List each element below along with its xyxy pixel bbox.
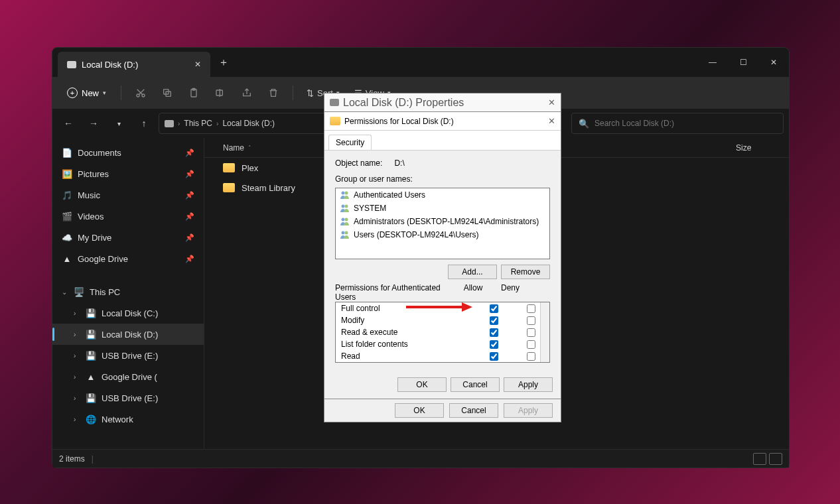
drive-icon bbox=[165, 120, 174, 127]
share-icon[interactable] bbox=[236, 82, 258, 104]
folder-icon bbox=[223, 163, 235, 172]
search-box[interactable]: 🔍 bbox=[571, 113, 784, 134]
cut-icon[interactable] bbox=[129, 82, 152, 104]
pin-icon: 📌 bbox=[185, 212, 194, 221]
ok-button[interactable]: OK bbox=[395, 403, 444, 418]
permission-row: Read & execute bbox=[336, 326, 549, 338]
allow-read-execute-checkbox[interactable] bbox=[490, 328, 498, 337]
tiles-view-icon[interactable] bbox=[769, 453, 782, 465]
close-tab-icon[interactable]: ✕ bbox=[194, 60, 201, 69]
breadcrumb-item[interactable]: This PC bbox=[184, 119, 212, 128]
svg-point-11 bbox=[342, 218, 345, 221]
tab-security[interactable]: Security bbox=[328, 135, 372, 150]
details-view-icon[interactable] bbox=[753, 453, 766, 465]
remove-button[interactable]: Remove bbox=[501, 265, 550, 279]
allow-list-folder-checkbox[interactable] bbox=[490, 340, 498, 349]
allow-full-control-checkbox[interactable] bbox=[490, 304, 498, 313]
pin-icon: 📌 bbox=[185, 255, 194, 263]
user-item[interactable]: Users (DESKTOP-LM924L4\Users) bbox=[336, 228, 549, 241]
new-button[interactable]: + New ▾ bbox=[60, 84, 113, 102]
sidebar-item-usb-drive-2[interactable]: ›💾USB Drive (E:) bbox=[52, 387, 204, 409]
permissions-for-label: Permissions for Authenticated Users bbox=[335, 283, 455, 302]
google-drive-icon: ▲ bbox=[62, 253, 72, 264]
apply-button[interactable]: Apply bbox=[504, 377, 553, 392]
close-button[interactable]: ✕ bbox=[758, 48, 789, 77]
usb-icon: 💾 bbox=[86, 350, 96, 361]
user-item[interactable]: Authenticated Users bbox=[336, 188, 549, 202]
allow-read-checkbox[interactable] bbox=[490, 352, 498, 361]
sidebar-item-local-disk-d[interactable]: ›💾Local Disk (D:) bbox=[52, 324, 204, 345]
videos-icon: 🎬 bbox=[62, 211, 72, 221]
copy-icon[interactable] bbox=[156, 82, 178, 104]
users-list[interactable]: Authenticated Users SYSTEM Administrator… bbox=[335, 188, 550, 259]
chevron-right-icon: › bbox=[74, 373, 80, 381]
pin-icon: 📌 bbox=[185, 149, 194, 157]
sidebar-item-google-drive[interactable]: ▲Google Drive📌 bbox=[52, 248, 204, 269]
column-size[interactable]: Size bbox=[736, 143, 789, 153]
users-icon bbox=[340, 204, 350, 213]
divider bbox=[293, 86, 293, 100]
window-tab[interactable]: Local Disk (D:) ✕ bbox=[58, 52, 210, 77]
add-button[interactable]: Add... bbox=[448, 265, 497, 279]
apply-button[interactable]: Apply bbox=[504, 403, 553, 418]
delete-icon[interactable] bbox=[262, 82, 285, 104]
sidebar-item-documents[interactable]: 📄Documents📌 bbox=[52, 142, 204, 163]
forward-button[interactable]: → bbox=[83, 113, 104, 134]
cancel-button[interactable]: Cancel bbox=[449, 403, 498, 418]
svg-point-9 bbox=[342, 205, 345, 208]
deny-list-folder-checkbox[interactable] bbox=[527, 340, 535, 349]
svg-point-1 bbox=[142, 94, 145, 97]
paste-icon[interactable] bbox=[182, 82, 205, 104]
svg-point-8 bbox=[345, 192, 348, 195]
users-icon bbox=[340, 217, 350, 226]
properties-titlebar: Local Disk (D:) Properties ✕ bbox=[324, 93, 561, 111]
breadcrumb-item[interactable]: Local Disk (D:) bbox=[222, 119, 275, 128]
sidebar-item-videos[interactable]: 🎬Videos📌 bbox=[52, 206, 204, 227]
drive-icon: 💾 bbox=[86, 308, 96, 318]
rename-icon[interactable] bbox=[209, 82, 232, 104]
properties-footer: OK Cancel Apply bbox=[324, 399, 561, 422]
ok-button[interactable]: OK bbox=[397, 377, 447, 392]
deny-modify-checkbox[interactable] bbox=[527, 316, 535, 325]
permissions-grid: Full control Modify Read & execute List … bbox=[335, 302, 550, 363]
sidebar-item-music[interactable]: 🎵Music📌 bbox=[52, 184, 204, 206]
new-tab-button[interactable]: ＋ bbox=[210, 48, 237, 77]
sidebar-item-google-drive-mount[interactable]: ›▲Google Drive ( bbox=[52, 366, 204, 387]
search-input[interactable] bbox=[595, 119, 776, 128]
allow-modify-checkbox[interactable] bbox=[490, 316, 498, 325]
permission-row: Modify bbox=[336, 314, 549, 326]
svg-point-10 bbox=[345, 205, 348, 208]
sidebar-item-local-disk-c[interactable]: ›💾Local Disk (C:) bbox=[52, 302, 204, 324]
user-item[interactable]: Administrators (DESKTOP-LM924L4\Administ… bbox=[336, 215, 549, 228]
sidebar-item-my-drive[interactable]: ☁️My Drive📌 bbox=[52, 227, 204, 248]
minimize-button[interactable]: ― bbox=[697, 48, 728, 77]
chevron-right-icon: › bbox=[74, 310, 80, 317]
pin-icon: 📌 bbox=[185, 233, 194, 242]
sidebar-item-usb-drive[interactable]: ›💾USB Drive (E:) bbox=[52, 345, 204, 366]
users-icon bbox=[340, 190, 350, 200]
maximize-button[interactable]: ☐ bbox=[728, 48, 758, 77]
sidebar-item-pictures[interactable]: 🖼️Pictures📌 bbox=[52, 163, 204, 184]
close-icon[interactable]: ✕ bbox=[548, 116, 555, 126]
deny-full-control-checkbox[interactable] bbox=[527, 304, 535, 313]
recent-locations-button[interactable]: ▾ bbox=[108, 113, 129, 134]
chevron-right-icon: › bbox=[74, 352, 80, 359]
user-item[interactable]: SYSTEM bbox=[336, 202, 549, 215]
object-name: D:\ bbox=[394, 158, 404, 168]
back-button[interactable]: ← bbox=[58, 113, 79, 134]
status-bar: 2 items | bbox=[52, 449, 789, 468]
deny-read-execute-checkbox[interactable] bbox=[527, 328, 535, 337]
deny-read-checkbox[interactable] bbox=[527, 352, 535, 361]
object-name-label: Object name: bbox=[335, 158, 382, 168]
pictures-icon: 🖼️ bbox=[62, 168, 72, 179]
sidebar-item-network[interactable]: ›🌐Network bbox=[52, 409, 204, 430]
cancel-button[interactable]: Cancel bbox=[451, 377, 500, 392]
divider bbox=[121, 86, 121, 100]
pc-icon: 🖥️ bbox=[74, 286, 84, 297]
scrollbar[interactable] bbox=[540, 302, 549, 362]
permissions-footer: OK Cancel Apply bbox=[324, 371, 561, 399]
sidebar-item-this-pc[interactable]: ⌄🖥️This PC bbox=[52, 281, 204, 302]
up-button[interactable]: ↑ bbox=[133, 113, 155, 134]
close-icon[interactable]: ✕ bbox=[548, 97, 555, 107]
window-controls: ― ☐ ✕ bbox=[697, 48, 789, 77]
